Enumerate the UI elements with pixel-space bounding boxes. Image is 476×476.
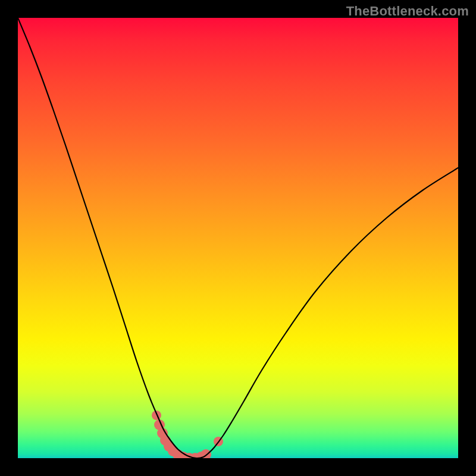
bottleneck-curve bbox=[18, 18, 458, 458]
curve-svg bbox=[18, 18, 458, 458]
chart-frame: TheBottleneck.com bbox=[0, 0, 476, 476]
watermark-text: TheBottleneck.com bbox=[346, 4, 469, 19]
highlight-dot bbox=[152, 411, 161, 420]
highlight-dots-group bbox=[152, 411, 223, 458]
plot-area bbox=[18, 18, 458, 458]
